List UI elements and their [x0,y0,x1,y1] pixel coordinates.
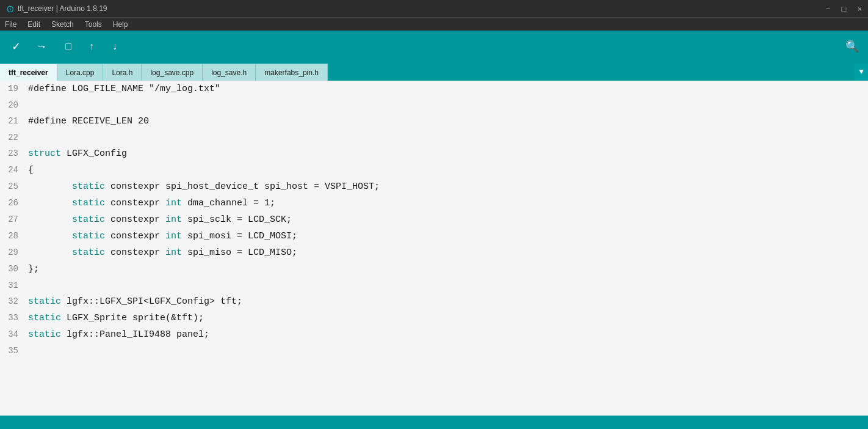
code-line-31: 31 [0,277,868,293]
code-line-26: 26 static constexpr int dma_channel = 1; [0,195,868,211]
menu-sketch[interactable]: Sketch [51,20,74,29]
status-bar [0,416,868,429]
code-content: 19 #define LOG_FILE_NAME "/my_log.txt" 2… [0,81,868,359]
line-content: static lgfx::Panel_ILI9488 panel; [24,327,209,343]
tab-log-save-cpp[interactable]: log_save.cpp [142,64,203,81]
line-number: 31 [0,277,24,293]
upload-button[interactable]: → [31,35,52,57]
code-line-19: 19 #define LOG_FILE_NAME "/my_log.txt" [0,81,868,97]
line-content: #define LOG_FILE_NAME "/my_log.txt" [24,81,220,97]
code-line-27: 27 static constexpr int spi_sclk = LCD_S… [0,211,868,228]
code-line-22: 22 [0,130,868,145]
code-line-23: 23 struct LGFX_Config [0,145,868,162]
line-number: 28 [0,228,24,244]
line-content: }; [24,262,39,277]
line-number: 22 [0,130,24,145]
save-button[interactable]: ↓ [105,37,125,56]
minimize-button[interactable]: − [826,4,831,13]
line-number: 33 [0,310,24,326]
line-number: 21 [0,113,24,129]
line-content: #define RECEIVE_LEN 20 [24,114,149,130]
new-button[interactable]: □ [59,37,78,56]
verify-button[interactable]: ✓ [5,35,27,57]
tab-lora-cpp[interactable]: Lora.cpp [57,64,104,81]
line-content: static constexpr int spi_miso = LCD_MISO… [24,245,297,261]
window-title: tft_receiver | Arduino 1.8.19 [18,4,107,13]
code-line-29: 29 static constexpr int spi_miso = LCD_M… [0,244,868,261]
line-number: 34 [0,326,24,342]
line-content: { [24,163,34,178]
title-bar: ⊙ tft_receiver | Arduino 1.8.19 − □ × [0,0,868,17]
line-content: static LGFX_Sprite sprite(&tft); [24,310,204,326]
code-line-30: 30 }; [0,261,868,277]
menu-edit[interactable]: Edit [27,20,40,29]
search-button[interactable]: 🔍 [841,35,863,57]
line-number: 24 [0,162,24,178]
line-number: 32 [0,293,24,309]
menu-file[interactable]: File [5,20,16,29]
line-number: 27 [0,211,24,227]
maximize-button[interactable]: □ [842,4,847,13]
line-number: 26 [0,195,24,211]
line-number: 30 [0,261,24,277]
toolbar-right: 🔍 [841,35,863,57]
tab-lora-h[interactable]: Lora.h [103,64,142,81]
app-logo: ⊙ [6,3,14,15]
line-number: 25 [0,178,24,194]
menu-tools[interactable]: Tools [85,20,102,29]
code-line-33: 33 static LGFX_Sprite sprite(&tft); [0,310,868,326]
code-line-21: 21 #define RECEIVE_LEN 20 [0,113,868,130]
line-number: 29 [0,244,24,260]
tab-tft-receiver[interactable]: tft_receiver [0,64,57,81]
menu-bar: File Edit Sketch Tools Help [0,17,868,31]
title-bar-controls[interactable]: − □ × [826,4,862,13]
code-line-28: 28 static constexpr int spi_mosi = LCD_M… [0,228,868,244]
line-number: 35 [0,343,24,359]
tab-more-button[interactable]: ▼ [855,64,868,81]
code-line-32: 32 static lgfx::LGFX_SPI<LGFX_Config> tf… [0,293,868,310]
close-button[interactable]: × [857,4,862,13]
line-number: 23 [0,145,24,161]
line-content: static constexpr spi_host_device_t spi_h… [24,179,380,195]
toolbar: ✓ → □ ↑ ↓ 🔍 [0,31,868,62]
title-bar-left: ⊙ tft_receiver | Arduino 1.8.19 [6,3,107,15]
line-content: struct LGFX_Config [24,146,127,162]
menu-help[interactable]: Help [113,20,128,29]
line-number: 20 [0,97,24,113]
code-editor[interactable]: 19 #define LOG_FILE_NAME "/my_log.txt" 2… [0,81,868,416]
line-number: 19 [0,81,24,97]
line-content: static constexpr int spi_sclk = LCD_SCK; [24,212,292,228]
code-line-24: 24 { [0,162,868,178]
code-line-35: 35 [0,343,868,359]
line-content: static constexpr int spi_mosi = LCD_MOSI… [24,229,297,244]
code-line-20: 20 [0,97,868,113]
code-line-25: 25 static constexpr spi_host_device_t sp… [0,178,868,195]
tab-log-save-h[interactable]: log_save.h [203,64,256,81]
tabs-bar: tft_receiver Lora.cpp Lora.h log_save.cp… [0,62,868,81]
line-content: static lgfx::LGFX_SPI<LGFX_Config> tft; [24,294,242,310]
line-content: static constexpr int dma_channel = 1; [24,196,275,211]
open-button[interactable]: ↑ [82,37,101,56]
tab-makerfabs-pin-h[interactable]: makerfabs_pin.h [256,64,328,81]
code-line-34: 34 static lgfx::Panel_ILI9488 panel; [0,326,868,343]
